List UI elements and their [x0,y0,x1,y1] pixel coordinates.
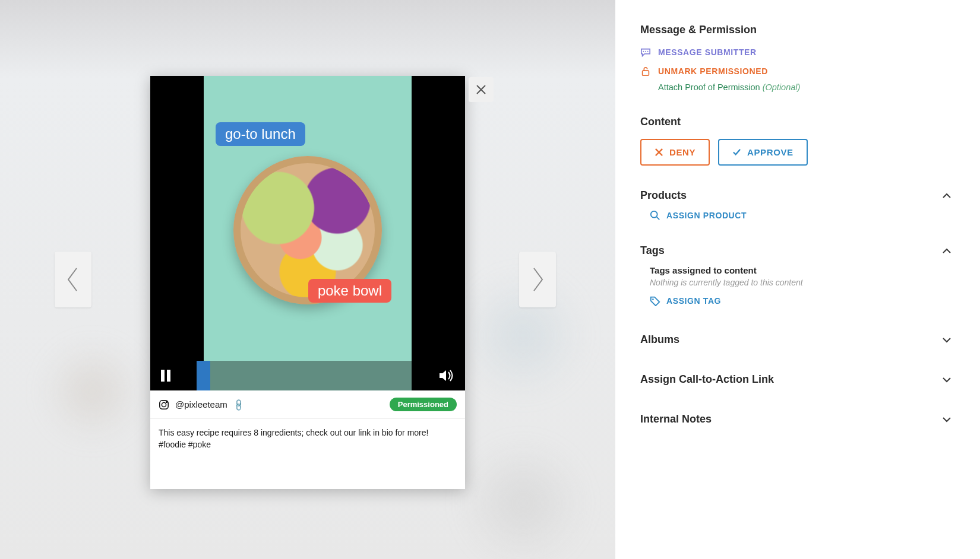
deny-label: DENY [669,147,696,157]
permission-badge: Permissioned [390,398,457,411]
svg-point-8 [647,51,649,52]
svg-line-13 [657,217,660,220]
volume-button[interactable] [439,369,454,383]
albums-header[interactable]: Albums [640,334,951,346]
next-media-button[interactable] [519,252,556,307]
section-title-message-permission: Message & Permission [640,24,951,36]
chat-icon [640,47,651,58]
volume-icon [439,369,454,383]
products-header[interactable]: Products [640,189,951,202]
media-caption: This easy recipe requires 8 ingredients;… [150,419,465,489]
svg-point-6 [643,51,644,52]
unmark-permissioned-label: UNMARK PERMISSIONED [658,66,768,76]
tags-title: Tags [640,244,665,257]
chevron-left-icon [66,267,80,292]
overlay-tag-bottom: poke bowl [308,279,391,303]
prev-media-button[interactable] [55,252,91,307]
assign-product-button[interactable]: ASSIGN PRODUCT [650,210,951,221]
video-controls [150,361,465,390]
media-meta-row: @pixleeteam 🔗 Permissioned [150,390,465,419]
details-sidebar: Message & Permission MESSAGE SUBMITTER U… [615,0,980,559]
close-button[interactable] [469,77,494,102]
chevron-up-icon [942,246,951,256]
svg-point-5 [166,401,167,402]
message-submitter-button[interactable]: MESSAGE SUBMITTER [640,47,951,58]
chevron-right-icon [530,267,545,292]
check-icon [732,148,741,157]
svg-marker-2 [440,370,446,381]
tag-icon [650,296,660,306]
chevron-down-icon [942,415,951,424]
chevron-down-icon [942,335,951,345]
message-submitter-label: MESSAGE SUBMITTER [658,47,757,57]
attach-proof-optional: (Optional) [763,82,801,92]
close-icon [476,84,486,95]
chevron-up-icon [942,191,951,201]
instagram-icon [159,399,169,410]
video-progress[interactable] [197,361,428,390]
svg-point-7 [645,51,646,52]
attach-proof-label: Attach Proof of Permission [658,82,760,92]
media-preview-area: go-to lunch poke bowl [0,0,615,559]
assign-tag-button[interactable]: ASSIGN TAG [650,296,951,306]
attach-proof-link[interactable]: Attach Proof of Permission (Optional) [658,82,951,92]
unmark-permissioned-button[interactable]: UNMARK PERMISSIONED [640,66,951,77]
deny-button[interactable]: DENY [640,139,710,166]
video-player[interactable]: go-to lunch poke bowl [150,76,465,390]
internal-notes-title: Internal Notes [640,413,712,425]
x-icon [655,148,663,157]
approve-button[interactable]: APPROVE [718,139,808,166]
products-title: Products [640,189,687,202]
cta-header[interactable]: Assign Call-to-Action Link [640,373,951,386]
chevron-down-icon [942,375,951,385]
svg-point-12 [651,211,657,218]
internal-notes-header[interactable]: Internal Notes [640,413,951,425]
link-icon[interactable]: 🔗 [232,398,245,411]
cta-title: Assign Call-to-Action Link [640,373,774,386]
approve-label: APPROVE [747,147,794,157]
section-title-content: Content [640,116,951,128]
search-icon [650,210,660,221]
overlay-tag-top: go-to lunch [216,122,305,146]
author-handle[interactable]: @pixleeteam [175,399,227,409]
svg-point-14 [652,298,654,300]
media-card: go-to lunch poke bowl [150,76,465,489]
pause-button[interactable] [161,370,173,382]
albums-title: Albums [640,334,679,346]
tags-header[interactable]: Tags [640,244,951,257]
svg-rect-9 [643,71,649,75]
assign-product-label: ASSIGN PRODUCT [666,211,747,220]
tags-assigned-label: Tags assigned to content [650,265,951,275]
unlock-icon [640,66,651,77]
svg-point-4 [162,402,166,406]
video-progress-fill [197,361,210,390]
tags-empty-text: Nothing is currently tagged to this cont… [650,278,951,287]
assign-tag-label: ASSIGN TAG [666,296,721,306]
